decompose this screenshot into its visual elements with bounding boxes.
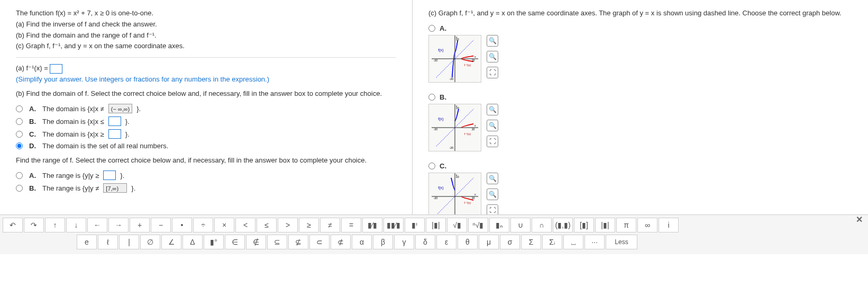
tool-btn[interactable]: θ — [458, 235, 478, 249]
tool-btn[interactable]: δ — [415, 235, 435, 249]
tool-btn[interactable]: ▮ₙ — [489, 218, 509, 232]
tool-btn[interactable]: ∠ — [161, 235, 181, 249]
tool-btn[interactable]: − — [151, 218, 171, 232]
tool-btn[interactable]: = — [341, 218, 361, 232]
tool-btn[interactable]: γ — [394, 235, 414, 249]
tool-btn[interactable]: ⁿ√▮ — [468, 218, 488, 232]
tool-btn[interactable]: |▮| — [595, 218, 615, 232]
tool-btn[interactable]: ↑ — [45, 218, 65, 232]
tool-btn[interactable]: ··· — [584, 235, 605, 249]
tool-btn[interactable]: ⎵ — [563, 235, 583, 249]
tool-btn[interactable]: [▮] — [574, 218, 594, 232]
tool-btn[interactable]: > — [278, 218, 298, 232]
tool-btn[interactable]: | — [119, 235, 139, 249]
expand-icon[interactable]: ⛶ — [487, 67, 498, 78]
tool-btn[interactable]: ⊈ — [288, 235, 308, 249]
tool-btn[interactable]: + — [130, 218, 150, 232]
tool-btn[interactable]: ∩ — [532, 218, 552, 232]
zoom-out-icon[interactable]: 🔍 — [487, 189, 498, 200]
tool-btn[interactable]: Δ — [182, 235, 203, 249]
tool-btn[interactable]: μ — [479, 235, 499, 249]
tool-btn[interactable]: ▮° — [204, 235, 224, 249]
domain-b-fill[interactable] — [108, 116, 121, 126]
axis-ybot: -20 — [449, 77, 453, 80]
graph-radio-a[interactable] — [428, 25, 435, 32]
range-a-fill[interactable] — [103, 171, 116, 180]
svg-text:x: x — [474, 124, 476, 127]
tool-btn[interactable]: √▮ — [447, 218, 467, 232]
svg-text:y: y — [456, 173, 458, 176]
tool-btn[interactable]: |▮| — [426, 218, 446, 232]
tool-btn[interactable]: ↓ — [66, 218, 86, 232]
tool-btn[interactable]: ≠ — [320, 218, 340, 232]
tool-btn[interactable]: (▮,▮) — [553, 218, 573, 232]
tool-btn[interactable]: ⊂ — [309, 235, 330, 249]
less-button[interactable]: Less — [606, 235, 637, 249]
tool-btn[interactable]: • — [172, 218, 192, 232]
tool-btn[interactable]: ∅ — [140, 235, 160, 249]
tool-btn[interactable]: < — [235, 218, 255, 232]
tool-btn[interactable]: π — [616, 218, 636, 232]
tool-btn[interactable]: e — [77, 235, 97, 249]
part-a-input[interactable] — [50, 64, 62, 74]
zoom-out-icon[interactable]: 🔍 — [487, 51, 498, 62]
tool-btn[interactable]: β — [373, 235, 393, 249]
tool-btn[interactable]: ∉ — [246, 235, 266, 249]
domain-radio-a[interactable] — [16, 105, 23, 112]
zoom-in-icon[interactable]: 🔍 — [487, 173, 498, 184]
tool-btn[interactable]: ÷ — [193, 218, 213, 232]
tool-btn[interactable]: ▮▮⁄▮ — [383, 218, 404, 232]
tool-btn[interactable]: ∪ — [510, 218, 531, 232]
tool-btn[interactable]: × — [214, 218, 234, 232]
tool-btn[interactable]: ∞ — [637, 218, 657, 232]
tool-btn[interactable]: ε — [436, 235, 456, 249]
tool-btn[interactable]: σ — [500, 235, 520, 249]
math-toolbar: ↶↷↑↓←→+−•÷×<≤>≥≠=▮⁄▮▮▮⁄▮▮ᶦ|▮|√▮ⁿ√▮▮ₙ∪∩(▮… — [0, 214, 868, 254]
zoom-in-icon[interactable]: 🔍 — [487, 35, 498, 47]
tool-btn[interactable]: i — [659, 218, 679, 232]
range-radio-b[interactable] — [16, 185, 23, 192]
tool-btn[interactable]: ▮ᶦ — [405, 218, 425, 232]
domain-b-pre: The domain is {x|x ≤ — [42, 118, 104, 125]
graph-label-b: B. — [440, 93, 446, 101]
zoom-out-icon[interactable]: 🔍 — [487, 120, 498, 131]
zoom-in-icon[interactable]: 🔍 — [487, 104, 498, 115]
tool-btn[interactable]: ℓ — [98, 235, 118, 249]
domain-radio-b[interactable] — [16, 118, 23, 125]
close-icon[interactable]: ✕ — [856, 214, 863, 225]
axis-y: y — [456, 35, 458, 39]
tool-btn[interactable]: ▮⁄▮ — [362, 218, 382, 232]
domain-radio-d[interactable] — [16, 142, 23, 149]
right-panel: (c) Graph f, f⁻¹, and y = x on the same … — [413, 0, 868, 214]
domain-c-fill[interactable] — [108, 129, 121, 139]
svg-text:-20: -20 — [434, 128, 438, 131]
domain-a-fill[interactable]: (− ∞,∞) — [108, 104, 133, 113]
tool-btn[interactable]: ≥ — [299, 218, 319, 232]
tool-btn[interactable]: ← — [87, 218, 107, 232]
intro-line-3: (b) Find the domain and the range of f a… — [16, 30, 396, 41]
graph-radio-c[interactable] — [428, 163, 435, 169]
tool-btn[interactable]: ↶ — [3, 218, 23, 232]
graph-radio-b[interactable] — [428, 94, 435, 101]
tool-btn[interactable]: ↷ — [24, 218, 44, 232]
tool-btn[interactable]: α — [352, 235, 372, 249]
axis-pos: 20 — [472, 59, 475, 62]
range-label-a: A. — [29, 172, 36, 180]
fx-label: f(x) — [438, 48, 443, 52]
tool-btn[interactable]: ⊄ — [331, 235, 351, 249]
tool-btn[interactable]: ⊆ — [267, 235, 287, 249]
choice-label-c: C. — [29, 130, 36, 138]
tool-btn[interactable]: Σ — [521, 235, 541, 249]
choice-label-a: A. — [29, 105, 36, 113]
svg-text:-20: -20 — [434, 196, 438, 200]
tool-btn[interactable]: → — [108, 218, 129, 232]
range-b-fill[interactable]: [7,∞) — [103, 183, 127, 193]
tool-btn[interactable]: ≤ — [257, 218, 277, 232]
tool-btn[interactable]: Σᵢ — [542, 235, 562, 249]
expand-icon[interactable]: ⛶ — [487, 136, 498, 147]
range-radio-a[interactable] — [16, 172, 23, 179]
domain-radio-c[interactable] — [16, 131, 23, 138]
toolbar-row-2: eℓ|∅∠Δ▮°∈∉⊆⊈⊂⊄αβγδεθμσΣΣᵢ⎵···Less — [77, 235, 865, 249]
tool-btn[interactable]: ∈ — [225, 235, 245, 249]
domain-c-pre: The domain is {x|x ≥ — [42, 130, 104, 138]
